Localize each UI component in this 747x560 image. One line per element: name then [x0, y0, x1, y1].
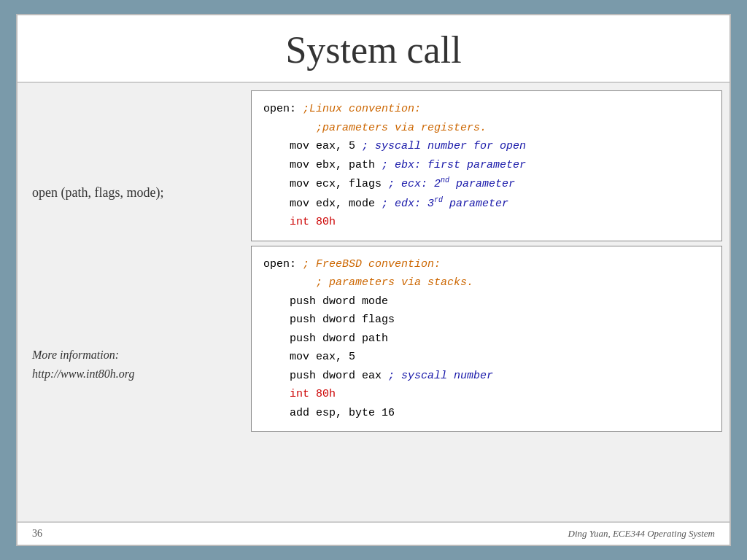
- code-line-4: mov ebx, path ; ebx: first parameter: [263, 156, 710, 175]
- freebsd-line-9: add esp, byte 16: [263, 404, 710, 423]
- code-line-7: int 80h: [263, 213, 710, 232]
- freebsd-line-5: push dword path: [263, 330, 710, 349]
- code-box-linux: open: ;Linux convention: ;parameters via…: [251, 90, 722, 241]
- code-line-3: mov eax, 5 ; syscall number for open: [263, 137, 710, 156]
- left-panel: open (path, flags, mode); More informati…: [25, 90, 251, 521]
- left-top-label: open (path, flags, mode);: [32, 171, 236, 201]
- footer-author: Ding Yuan, ECE344 Operating System: [568, 528, 715, 540]
- slide-header: System call: [18, 15, 729, 83]
- freebsd-line-8: int 80h: [263, 385, 710, 404]
- freebsd-line-2: ; parameters via stacks.: [263, 273, 710, 292]
- slide: System call open (path, flags, mode); Mo…: [16, 14, 731, 546]
- slide-footer: 36 Ding Yuan, ECE344 Operating System: [18, 521, 729, 545]
- freebsd-line-4: push dword flags: [263, 311, 710, 330]
- code-line-2: ;parameters via registers.: [263, 119, 710, 138]
- more-info-line2: http://www.int80h.org: [32, 368, 134, 380]
- footer-page-number: 36: [32, 528, 42, 540]
- code-line-6: mov edx, mode ; edx: 3rd parameter: [263, 194, 710, 214]
- freebsd-line-6: mov eax, 5: [263, 348, 710, 367]
- slide-body: open (path, flags, mode); More informati…: [18, 83, 729, 521]
- code-line-5: mov ecx, flags ; ecx: 2nd parameter: [263, 174, 710, 194]
- left-bottom-info: More information: http://www.int80h.org: [32, 346, 236, 427]
- code-line-1: open: ;Linux convention:: [263, 100, 710, 119]
- freebsd-line-1: open: ; FreeBSD convention:: [263, 255, 710, 274]
- right-panel: open: ;Linux convention: ;parameters via…: [251, 90, 722, 521]
- freebsd-line-7: push dword eax ; syscall number: [263, 367, 710, 386]
- freebsd-line-3: push dword mode: [263, 292, 710, 311]
- code-box-freebsd: open: ; FreeBSD convention: ; parameters…: [251, 246, 722, 432]
- slide-title: System call: [285, 29, 461, 71]
- more-info-line1: More information:: [32, 349, 119, 361]
